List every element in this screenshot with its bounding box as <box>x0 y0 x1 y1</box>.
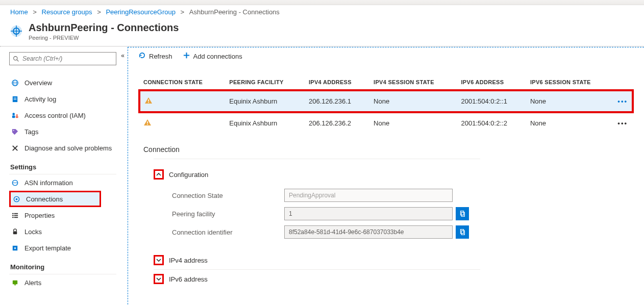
chevron-up-icon <box>154 169 164 180</box>
th-peering-facility[interactable]: Peering Facility <box>225 75 305 90</box>
th-connection-state[interactable]: Connection State <box>139 75 225 90</box>
breadcrumb-link-home[interactable]: Home <box>10 8 28 16</box>
sidebar-item-activity-log[interactable]: Activity log <box>9 91 128 107</box>
cell-state <box>139 112 225 133</box>
ipv4-expander[interactable]: IPv4 address <box>154 251 480 270</box>
cell-ipv6: 2001:504:0:2::2 <box>457 112 526 133</box>
svg-rect-33 <box>147 124 148 125</box>
th-ipv6-address[interactable]: IPv6 Address <box>457 75 526 90</box>
breadcrumb-sep: > <box>33 8 37 16</box>
warning-icon <box>144 96 153 106</box>
sidebar-item-label: Properties <box>24 212 55 219</box>
sidebar-item-label: Locks <box>24 228 42 236</box>
svg-rect-27 <box>13 231 17 234</box>
add-connections-label: Add connections <box>193 53 242 60</box>
svg-rect-29 <box>12 280 17 284</box>
refresh-label: Refresh <box>149 53 172 60</box>
configuration-expander[interactable]: Configuration <box>154 165 480 184</box>
page-subtitle: Peering - PREVIEW <box>29 35 179 41</box>
sidebar-item-export-template[interactable]: Export template <box>9 240 128 256</box>
sidebar-item-label: Access control (IAM) <box>24 112 86 119</box>
sidebar-item-label: Diagnose and solve problems <box>24 144 112 152</box>
main-content: Refresh Add connections Connection State… <box>128 47 644 305</box>
ipv6-expander[interactable]: IPv6 address <box>154 270 480 288</box>
ipv4-section-label: IPv4 address <box>169 257 208 264</box>
svg-rect-10 <box>13 97 16 98</box>
svg-rect-32 <box>147 121 148 123</box>
svg-rect-30 <box>148 99 149 101</box>
search-input[interactable] <box>21 55 113 63</box>
svg-rect-11 <box>13 99 16 99</box>
search-icon <box>13 56 19 62</box>
row-more-button[interactable]: ••• <box>617 119 628 127</box>
add-connections-button[interactable]: Add connections <box>183 52 242 61</box>
sidebar-collapse-button[interactable]: « <box>121 52 125 59</box>
svg-rect-34 <box>461 211 464 215</box>
copy-connection-id-button[interactable] <box>456 225 469 239</box>
sidebar-item-asn-information[interactable]: ASN information <box>9 174 128 191</box>
svg-rect-13 <box>12 115 15 118</box>
svg-point-12 <box>12 113 15 115</box>
lock-icon <box>10 227 19 236</box>
ipv6-section-label: IPv6 address <box>169 275 208 283</box>
connection-state-label: Connection State <box>172 192 284 199</box>
table-row[interactable]: Equinix Ashburn 206.126.236.2 None 2001:… <box>139 112 633 133</box>
cell-facility: Equinix Ashburn <box>225 112 305 133</box>
svg-point-20 <box>15 198 17 200</box>
sidebar-item-label: Export template <box>24 244 71 252</box>
cell-state <box>139 90 225 112</box>
sidebar-search[interactable] <box>9 52 116 65</box>
iam-icon <box>10 111 19 120</box>
form-row-connection-state: Connection State PendingApproval <box>172 189 480 202</box>
sidebar-item-access-control[interactable]: Access control (IAM) <box>9 107 128 123</box>
tools-icon <box>10 143 19 152</box>
breadcrumb: Home > Resource groups > PeeringResource… <box>0 5 644 19</box>
refresh-button[interactable]: Refresh <box>138 52 172 61</box>
svg-rect-24 <box>14 215 18 216</box>
form-row-connection-id: Connection identifier 8f52a84e-581d-41d4… <box>172 225 480 239</box>
th-ipv4-session-state[interactable]: IPv4 Session State <box>369 75 457 90</box>
sidebar-item-properties[interactable]: Properties <box>9 207 128 223</box>
cell-ipv6-session: None <box>526 112 613 133</box>
connection-id-field: 8f52a84e-581d-41d4-9e6c-687037033b4e <box>284 225 453 239</box>
alerts-icon <box>10 278 19 287</box>
sidebar-item-locks[interactable]: Locks <box>9 223 128 240</box>
configuration-label: Configuration <box>169 171 208 179</box>
peering-facility-field: 1 <box>284 207 453 220</box>
peering-facility-label: Peering facility <box>172 210 284 218</box>
copy-peering-facility-button[interactable] <box>456 207 469 220</box>
connections-table: Connection State Peering Facility IPv4 A… <box>138 75 634 133</box>
log-icon <box>10 94 19 104</box>
svg-rect-35 <box>461 212 464 216</box>
th-ipv6-session-state[interactable]: IPv6 Session State <box>526 75 613 90</box>
cell-ipv6-session: None <box>526 90 613 112</box>
sidebar-item-alerts[interactable]: Alerts <box>9 274 128 291</box>
cell-ipv4: 206.126.236.1 <box>305 90 369 112</box>
sidebar-item-label: ASN information <box>24 179 73 187</box>
sidebar-item-tags[interactable]: Tags <box>9 123 128 140</box>
svg-point-16 <box>13 130 14 131</box>
svg-rect-26 <box>14 217 18 218</box>
breadcrumb-current: AshburnPeering - Connections <box>189 8 280 16</box>
form-row-peering-facility: Peering facility 1 <box>172 207 480 220</box>
peering-resource-icon <box>9 24 23 38</box>
table-row[interactable]: Equinix Ashburn 206.126.236.1 None 2001:… <box>139 90 633 112</box>
sidebar-item-label: Activity log <box>24 95 56 103</box>
sidebar-item-overview[interactable]: Overview <box>9 74 128 91</box>
th-ipv4-address[interactable]: IPv4 Address <box>305 75 369 90</box>
sidebar-item-connections[interactable]: Connections <box>9 191 101 207</box>
row-more-button[interactable]: ••• <box>617 97 628 105</box>
plus-icon <box>183 52 190 61</box>
breadcrumb-link-resource-groups[interactable]: Resource groups <box>42 8 92 16</box>
svg-point-4 <box>14 56 17 60</box>
sidebar-group-settings: Settings <box>10 163 128 171</box>
connection-section-title: Connection <box>143 145 644 154</box>
sidebar-item-label: Overview <box>24 79 52 87</box>
sidebar-item-diagnose[interactable]: Diagnose and solve problems <box>9 140 128 156</box>
configuration-panel: Configuration Connection State PendingAp… <box>154 159 480 288</box>
svg-rect-25 <box>12 217 13 218</box>
svg-rect-31 <box>148 102 149 103</box>
cell-actions: ••• <box>613 112 633 133</box>
breadcrumb-link-resource-group-name[interactable]: PeeringResourceGroup <box>106 8 176 16</box>
globe-small-icon <box>10 178 19 187</box>
